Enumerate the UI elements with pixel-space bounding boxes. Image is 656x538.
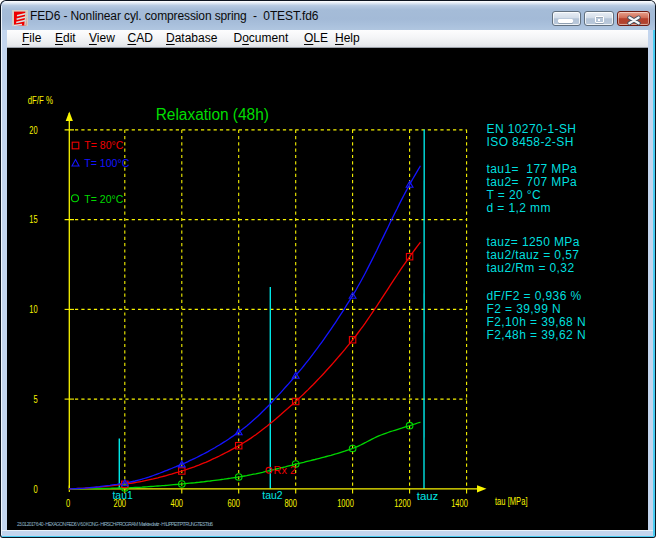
svg-text:0: 0: [33, 484, 38, 495]
svg-text:tau [MPa]: tau [MPa]: [495, 496, 528, 507]
svg-text:tauz= 1250 MPa: tauz= 1250 MPa: [487, 235, 580, 249]
svg-text:ISO 8458-2-SH: ISO 8458-2-SH: [487, 135, 574, 149]
svg-text:400: 400: [171, 498, 184, 509]
svg-text:F2 = 39,99 N: F2 = 39,99 N: [487, 302, 562, 316]
svg-text:600: 600: [227, 498, 240, 509]
svg-text:F2,10h = 39,68 N: F2,10h = 39,68 N: [487, 315, 586, 329]
svg-text:0: 0: [66, 498, 71, 509]
svg-text:F2,48h = 39,62 N: F2,48h = 39,62 N: [487, 328, 586, 342]
svg-text:T = 20 °C: T = 20 °C: [487, 188, 542, 202]
svg-text:20: 20: [29, 125, 38, 136]
svg-text:tau2/tauz = 0,57: tau2/tauz = 0,57: [487, 248, 580, 262]
svg-text:1000: 1000: [337, 498, 354, 509]
svg-text:800: 800: [284, 498, 297, 509]
svg-text:15: 15: [29, 214, 38, 225]
svg-text:23.01.2017 6:40 - HEXAGON FED6: 23.01.2017 6:40 - HEXAGON FED6 V 6.0 KON…: [17, 521, 213, 527]
svg-text:EN 10270-1-SH: EN 10270-1-SH: [487, 122, 577, 136]
svg-text:T= 80°C: T= 80°C: [84, 139, 123, 151]
svg-text:Relaxation (48h): Relaxation (48h): [156, 106, 269, 123]
svg-text:tau2: tau2: [262, 489, 282, 501]
svg-text:tau1= 177 MPa: tau1= 177 MPa: [487, 162, 578, 176]
svg-text:dF/F %: dF/F %: [28, 95, 53, 106]
svg-text:tau2/Rm = 0,32: tau2/Rm = 0,32: [487, 261, 575, 275]
svg-text:5: 5: [33, 394, 38, 405]
svg-text:1200: 1200: [394, 498, 411, 509]
svg-text:tau1: tau1: [112, 489, 132, 501]
svg-text:T= 100°C: T= 100°C: [84, 157, 129, 169]
svg-text:tauz: tauz: [417, 490, 439, 502]
svg-text:d = 1,2 mm: d = 1,2 mm: [487, 201, 551, 215]
svg-text:Rx 2: Rx 2: [274, 464, 297, 476]
svg-text:T= 20°C: T= 20°C: [84, 193, 123, 205]
svg-text:1400: 1400: [451, 498, 468, 509]
svg-text:dF/F2 = 0,936 %: dF/F2 = 0,936 %: [487, 289, 582, 303]
svg-text:10: 10: [29, 304, 38, 315]
svg-text:tau2= 707 MPa: tau2= 707 MPa: [487, 175, 578, 189]
